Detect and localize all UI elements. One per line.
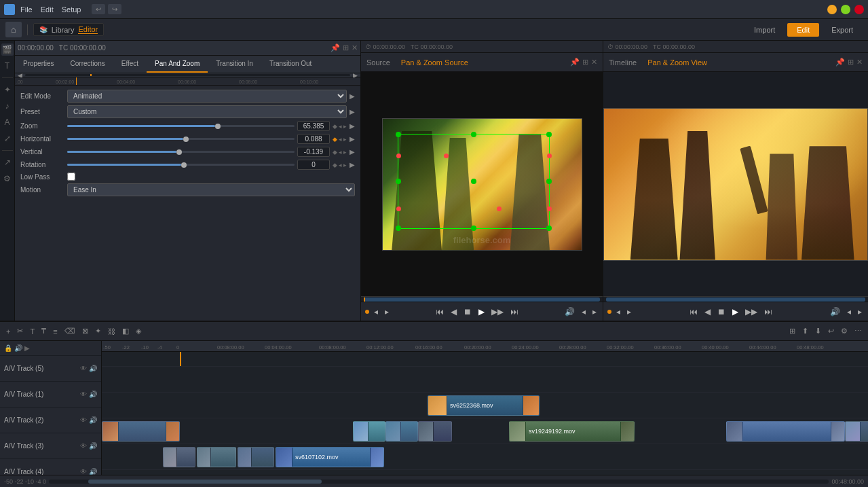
source-tab[interactable]: Source xyxy=(366,58,390,67)
track2-audio-icon[interactable]: 🔊 xyxy=(89,416,97,424)
import-button[interactable]: Import xyxy=(744,23,785,37)
timeline-vol-up[interactable]: ▸ xyxy=(856,306,864,318)
sidebar-export-icon[interactable]: ↗ xyxy=(1,156,14,168)
clip-t2-3[interactable] xyxy=(385,421,418,441)
clip-sv19249192[interactable] xyxy=(726,421,845,441)
tl-razor[interactable]: ✂ xyxy=(15,325,25,337)
timeline-next-frame[interactable]: ▶▶ xyxy=(743,306,759,318)
tl-fit[interactable]: ⊞ xyxy=(787,325,797,337)
source-max-icon[interactable]: ⊞ xyxy=(582,58,588,67)
sidebar-media-icon[interactable]: 🎬 xyxy=(1,43,14,56)
rotation-slider[interactable] xyxy=(67,164,295,166)
motion-select[interactable]: Ease In xyxy=(67,183,355,196)
preset-arrow-right[interactable]: ▶ xyxy=(350,108,355,115)
clip-sv18379717[interactable]: sv19249192.mov xyxy=(509,421,635,441)
minimize-button[interactable] xyxy=(827,5,837,14)
pz-handle-ml[interactable] xyxy=(396,179,401,184)
track3-audio-icon[interactable]: 🔊 xyxy=(89,442,97,450)
zoom-arrow-right[interactable]: ▶ xyxy=(350,122,355,130)
rotation-prev-key[interactable]: ◂ xyxy=(339,162,342,168)
timeline-scrollbar[interactable] xyxy=(49,480,829,484)
tab-effect[interactable]: Effect xyxy=(113,56,147,73)
source-goto-end[interactable]: ⏭ xyxy=(508,306,521,318)
master-playhead-icon[interactable]: ▶ xyxy=(24,344,30,352)
timeline-stop[interactable]: ⏹ xyxy=(715,306,728,318)
tl-add-track[interactable]: + xyxy=(4,326,12,337)
zoom-slider[interactable] xyxy=(67,125,295,127)
tl-effect[interactable]: ✦ xyxy=(93,325,103,337)
track2-eye-icon[interactable]: 👁 xyxy=(80,416,87,424)
vertical-next-key[interactable]: ▸ xyxy=(343,149,347,156)
sidebar-title-icon[interactable]: A xyxy=(1,116,14,128)
sidebar-settings-icon[interactable]: ⚙ xyxy=(1,173,14,185)
timeline-prev-frame[interactable]: ◀ xyxy=(702,306,713,318)
master-lock-icon[interactable]: 🔒 xyxy=(4,344,12,352)
source-scrubber[interactable] xyxy=(364,297,600,302)
tl-align[interactable]: ≡ xyxy=(51,326,59,337)
track1-audio-icon[interactable]: 🔊 xyxy=(89,391,97,398)
source-pin-icon[interactable]: 📌 xyxy=(570,58,580,67)
tl-link[interactable]: ⛓ xyxy=(106,326,117,337)
source-close-icon[interactable]: ✕ xyxy=(591,58,597,67)
tl-text[interactable]: T xyxy=(28,326,37,337)
source-vol-up[interactable]: ▸ xyxy=(590,306,599,318)
clip-t3-1[interactable] xyxy=(163,447,195,467)
source-goto-start[interactable]: ⏮ xyxy=(434,306,446,318)
panel-icon-maximize[interactable]: ⊞ xyxy=(343,43,349,52)
vertical-slider[interactable] xyxy=(67,151,295,153)
pan-zoom-view-tab[interactable]: Pan & Zoom View xyxy=(647,58,707,67)
clip-sv6107102[interactable]: sv6107102.mov xyxy=(276,447,384,467)
tl-text2[interactable]: ₸ xyxy=(39,325,48,337)
source-prev-frame[interactable]: ◀ xyxy=(449,306,459,318)
clip-t2-end[interactable] xyxy=(845,421,868,441)
track1-eye-icon[interactable]: 👁 xyxy=(80,391,87,398)
clip-t3-2[interactable] xyxy=(197,447,236,467)
rotation-value[interactable] xyxy=(297,160,330,170)
home-button[interactable]: ⌂ xyxy=(5,22,22,37)
horizontal-slider[interactable] xyxy=(67,138,295,140)
panel-icon-pin[interactable]: 📌 xyxy=(331,43,340,52)
tab-transition-out[interactable]: Transition Out xyxy=(261,56,320,73)
track5-audio-icon[interactable]: 🔊 xyxy=(89,365,97,372)
zoom-keyframe-icon[interactable]: ◆ xyxy=(333,123,337,130)
clip-sv6252368[interactable]: sv6252368.mov xyxy=(428,395,540,416)
edit-menu[interactable]: Edit xyxy=(41,5,54,14)
clip-t2-2[interactable] xyxy=(353,421,385,441)
tab-transition-in[interactable]: Transition In xyxy=(208,56,261,73)
horizontal-arrow-right[interactable]: ▶ xyxy=(350,135,355,143)
horizontal-value[interactable] xyxy=(297,134,330,144)
master-audio-icon[interactable]: 🔊 xyxy=(14,344,22,352)
timeline-volume[interactable]: 🔊 xyxy=(828,306,842,318)
timeline-max-icon[interactable]: ⊞ xyxy=(848,58,854,67)
panel-icon-close[interactable]: ✕ xyxy=(352,43,358,52)
timeline-scrollbar-thumb[interactable] xyxy=(88,480,322,484)
clip-t2-4[interactable] xyxy=(418,421,452,441)
edit-mode-select[interactable]: Animated xyxy=(67,90,347,103)
library-tab[interactable]: Library xyxy=(52,26,75,34)
tl-zoom-out[interactable]: ⬇ xyxy=(813,325,823,337)
source-vol-down[interactable]: ◂ xyxy=(580,306,588,318)
preset-select[interactable]: Custom xyxy=(67,105,347,118)
vertical-keyframe-icon[interactable]: ◆ xyxy=(333,149,337,156)
timeline-tab[interactable]: Timeline xyxy=(609,58,637,67)
track-row-3[interactable]: sv6107102.mov xyxy=(102,444,868,470)
zoom-next-key[interactable]: ▸ xyxy=(343,123,347,130)
tl-marker[interactable]: ◈ xyxy=(134,325,143,337)
pz-selection-box[interactable] xyxy=(398,134,550,229)
tl-undo[interactable]: ↩ xyxy=(826,325,836,337)
tl-settings[interactable]: ⚙ xyxy=(839,325,850,337)
low-pass-checkbox[interactable] xyxy=(67,173,75,181)
timeline-prev-key[interactable]: ◂ xyxy=(614,306,622,318)
timeline-scrubber[interactable] xyxy=(606,297,865,302)
redo-button[interactable]: ↪ xyxy=(108,4,121,14)
vertical-prev-key[interactable]: ◂ xyxy=(339,149,342,156)
source-next-frame[interactable]: ▶▶ xyxy=(489,306,506,318)
timeline-goto-end[interactable]: ⏭ xyxy=(762,306,774,318)
tl-more[interactable]: ⋯ xyxy=(852,325,864,337)
tab-pan-and-zoom[interactable]: Pan And Zoom xyxy=(147,56,208,73)
vertical-value[interactable] xyxy=(297,147,330,157)
pz-handle-tl[interactable] xyxy=(396,132,401,137)
source-play[interactable]: ▶ xyxy=(476,306,487,318)
track-area[interactable]: -50 -22 -10 -4 0 00:08:00.00 00:04:00.00… xyxy=(102,341,868,475)
zoom-prev-key[interactable]: ◂ xyxy=(339,123,342,130)
